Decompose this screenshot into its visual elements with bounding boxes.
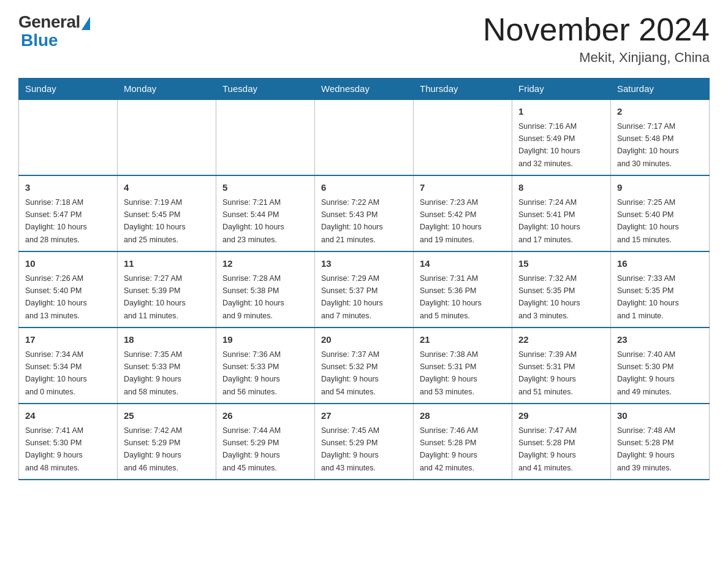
day-number: 20: [321, 333, 407, 347]
day-info: Sunrise: 7:47 AM Sunset: 5:28 PM Dayligh…: [518, 426, 577, 472]
calendar-week-5: 24Sunrise: 7:41 AM Sunset: 5:30 PM Dayli…: [19, 404, 710, 480]
calendar-week-2: 3Sunrise: 7:18 AM Sunset: 5:47 PM Daylig…: [19, 175, 710, 251]
logo-blue-text: Blue: [21, 31, 58, 50]
day-info: Sunrise: 7:40 AM Sunset: 5:30 PM Dayligh…: [617, 350, 675, 396]
day-info: Sunrise: 7:39 AM Sunset: 5:31 PM Dayligh…: [518, 350, 577, 396]
day-info: Sunrise: 7:28 AM Sunset: 5:38 PM Dayligh…: [222, 274, 284, 320]
day-number: 17: [25, 333, 111, 347]
weekday-header-tuesday: Tuesday: [216, 79, 315, 100]
day-number: 24: [25, 409, 111, 423]
calendar-week-3: 10Sunrise: 7:26 AM Sunset: 5:40 PM Dayli…: [19, 251, 710, 327]
weekday-header-monday: Monday: [118, 79, 216, 100]
day-number: 8: [518, 181, 604, 195]
day-number: 27: [321, 409, 407, 423]
day-info: Sunrise: 7:37 AM Sunset: 5:32 PM Dayligh…: [321, 350, 379, 396]
day-number: 9: [617, 181, 703, 195]
calendar-cell: 25Sunrise: 7:42 AM Sunset: 5:29 PM Dayli…: [118, 404, 216, 480]
day-info: Sunrise: 7:26 AM Sunset: 5:40 PM Dayligh…: [25, 274, 87, 320]
title-section: November 2024 Mekit, Xinjiang, China: [483, 12, 710, 66]
day-number: 30: [617, 409, 703, 423]
calendar-cell: 2Sunrise: 7:17 AM Sunset: 5:48 PM Daylig…: [611, 99, 710, 175]
day-number: 21: [420, 333, 506, 347]
day-info: Sunrise: 7:22 AM Sunset: 5:43 PM Dayligh…: [321, 198, 383, 244]
calendar-cell: 10Sunrise: 7:26 AM Sunset: 5:40 PM Dayli…: [19, 251, 118, 327]
day-number: 10: [25, 257, 111, 271]
day-info: Sunrise: 7:27 AM Sunset: 5:39 PM Dayligh…: [124, 274, 186, 320]
calendar-cell: 3Sunrise: 7:18 AM Sunset: 5:47 PM Daylig…: [19, 175, 118, 251]
day-info: Sunrise: 7:17 AM Sunset: 5:48 PM Dayligh…: [617, 122, 679, 168]
calendar-cell: [118, 99, 216, 175]
calendar-cell: 17Sunrise: 7:34 AM Sunset: 5:34 PM Dayli…: [19, 327, 118, 404]
day-info: Sunrise: 7:23 AM Sunset: 5:42 PM Dayligh…: [420, 198, 482, 244]
calendar-cell: [414, 99, 512, 175]
day-number: 22: [518, 333, 604, 347]
calendar-cell: 5Sunrise: 7:21 AM Sunset: 5:44 PM Daylig…: [216, 175, 315, 251]
calendar-cell: [19, 99, 118, 175]
calendar-cell: 7Sunrise: 7:23 AM Sunset: 5:42 PM Daylig…: [414, 175, 512, 251]
day-number: 5: [222, 181, 308, 195]
calendar-cell: 13Sunrise: 7:29 AM Sunset: 5:37 PM Dayli…: [315, 251, 414, 327]
day-number: 13: [321, 257, 407, 271]
calendar-week-1: 1Sunrise: 7:16 AM Sunset: 5:49 PM Daylig…: [19, 99, 710, 175]
calendar-cell: 23Sunrise: 7:40 AM Sunset: 5:30 PM Dayli…: [611, 327, 710, 404]
day-number: 29: [518, 409, 604, 423]
day-number: 6: [321, 181, 407, 195]
day-number: 11: [124, 257, 210, 271]
day-number: 19: [222, 333, 308, 347]
weekday-header-friday: Friday: [512, 79, 611, 100]
day-number: 28: [420, 409, 506, 423]
location-title: Mekit, Xinjiang, China: [483, 50, 710, 66]
calendar-cell: 20Sunrise: 7:37 AM Sunset: 5:32 PM Dayli…: [315, 327, 414, 404]
calendar-cell: 16Sunrise: 7:33 AM Sunset: 5:35 PM Dayli…: [611, 251, 710, 327]
day-number: 15: [518, 257, 604, 271]
calendar-cell: 6Sunrise: 7:22 AM Sunset: 5:43 PM Daylig…: [315, 175, 414, 251]
calendar-cell: 22Sunrise: 7:39 AM Sunset: 5:31 PM Dayli…: [512, 327, 611, 404]
logo-triangle-icon: [82, 17, 90, 30]
calendar-cell: 21Sunrise: 7:38 AM Sunset: 5:31 PM Dayli…: [414, 327, 512, 404]
page-header: General Blue November 2024 Mekit, Xinjia…: [18, 12, 710, 66]
day-info: Sunrise: 7:38 AM Sunset: 5:31 PM Dayligh…: [420, 350, 478, 396]
day-info: Sunrise: 7:48 AM Sunset: 5:28 PM Dayligh…: [617, 426, 675, 472]
logo: General Blue: [18, 12, 90, 50]
day-number: 7: [420, 181, 506, 195]
day-info: Sunrise: 7:33 AM Sunset: 5:35 PM Dayligh…: [617, 274, 679, 320]
day-info: Sunrise: 7:41 AM Sunset: 5:30 PM Dayligh…: [25, 426, 83, 472]
weekday-header-saturday: Saturday: [611, 79, 710, 100]
day-info: Sunrise: 7:42 AM Sunset: 5:29 PM Dayligh…: [124, 426, 182, 472]
day-info: Sunrise: 7:35 AM Sunset: 5:33 PM Dayligh…: [124, 350, 182, 396]
day-info: Sunrise: 7:29 AM Sunset: 5:37 PM Dayligh…: [321, 274, 383, 320]
day-number: 4: [124, 181, 210, 195]
logo-general-text: General: [18, 12, 80, 32]
calendar-cell: 12Sunrise: 7:28 AM Sunset: 5:38 PM Dayli…: [216, 251, 315, 327]
calendar-cell: 26Sunrise: 7:44 AM Sunset: 5:29 PM Dayli…: [216, 404, 315, 480]
calendar-cell: 1Sunrise: 7:16 AM Sunset: 5:49 PM Daylig…: [512, 99, 611, 175]
day-info: Sunrise: 7:46 AM Sunset: 5:28 PM Dayligh…: [420, 426, 478, 472]
day-info: Sunrise: 7:32 AM Sunset: 5:35 PM Dayligh…: [518, 274, 580, 320]
calendar-cell: 29Sunrise: 7:47 AM Sunset: 5:28 PM Dayli…: [512, 404, 611, 480]
calendar-cell: 9Sunrise: 7:25 AM Sunset: 5:40 PM Daylig…: [611, 175, 710, 251]
calendar-week-4: 17Sunrise: 7:34 AM Sunset: 5:34 PM Dayli…: [19, 327, 710, 404]
day-number: 3: [25, 181, 111, 195]
weekday-header-thursday: Thursday: [414, 79, 512, 100]
day-info: Sunrise: 7:34 AM Sunset: 5:34 PM Dayligh…: [25, 350, 87, 396]
calendar-cell: 18Sunrise: 7:35 AM Sunset: 5:33 PM Dayli…: [118, 327, 216, 404]
calendar-cell: 8Sunrise: 7:24 AM Sunset: 5:41 PM Daylig…: [512, 175, 611, 251]
day-info: Sunrise: 7:21 AM Sunset: 5:44 PM Dayligh…: [222, 198, 284, 244]
calendar-cell: 14Sunrise: 7:31 AM Sunset: 5:36 PM Dayli…: [414, 251, 512, 327]
day-info: Sunrise: 7:31 AM Sunset: 5:36 PM Dayligh…: [420, 274, 482, 320]
day-info: Sunrise: 7:45 AM Sunset: 5:29 PM Dayligh…: [321, 426, 379, 472]
calendar-cell: [216, 99, 315, 175]
weekday-header-sunday: Sunday: [19, 79, 118, 100]
day-number: 26: [222, 409, 308, 423]
day-number: 2: [617, 105, 703, 119]
day-number: 23: [617, 333, 703, 347]
calendar-cell: 4Sunrise: 7:19 AM Sunset: 5:45 PM Daylig…: [118, 175, 216, 251]
calendar-cell: [315, 99, 414, 175]
day-number: 12: [222, 257, 308, 271]
calendar-cell: 15Sunrise: 7:32 AM Sunset: 5:35 PM Dayli…: [512, 251, 611, 327]
calendar-cell: 19Sunrise: 7:36 AM Sunset: 5:33 PM Dayli…: [216, 327, 315, 404]
day-info: Sunrise: 7:24 AM Sunset: 5:41 PM Dayligh…: [518, 198, 580, 244]
calendar-cell: 24Sunrise: 7:41 AM Sunset: 5:30 PM Dayli…: [19, 404, 118, 480]
day-number: 25: [124, 409, 210, 423]
weekday-header-row: SundayMondayTuesdayWednesdayThursdayFrid…: [19, 79, 710, 100]
